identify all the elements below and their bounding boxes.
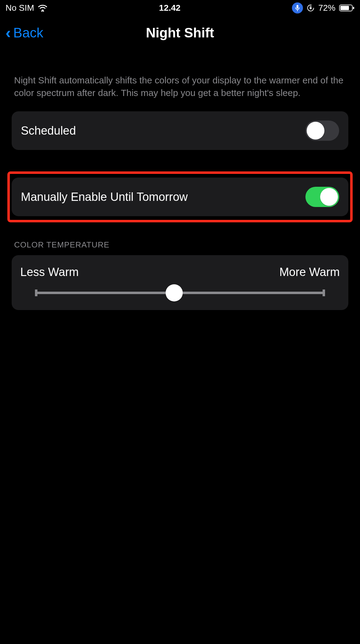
manual-enable-label: Manually Enable Until Tomorrow bbox=[21, 190, 188, 204]
slider-thumb[interactable] bbox=[166, 284, 183, 301]
chevron-left-icon: ‹ bbox=[6, 25, 11, 41]
scheduled-toggle[interactable] bbox=[305, 121, 339, 141]
section-description: Night Shift automatically shifts the col… bbox=[12, 50, 348, 111]
mic-indicator-icon bbox=[292, 2, 303, 13]
svg-rect-1 bbox=[297, 5, 298, 9]
carrier-label: No SIM bbox=[6, 3, 34, 13]
slider-max-label: More Warm bbox=[279, 266, 340, 279]
svg-rect-5 bbox=[340, 6, 349, 10]
page-title: Night Shift bbox=[0, 25, 360, 40]
battery-percent: 72% bbox=[318, 3, 335, 13]
toggle-knob bbox=[307, 122, 324, 140]
battery-icon bbox=[339, 4, 354, 12]
scheduled-row[interactable]: Scheduled bbox=[12, 111, 348, 150]
slider-min-label: Less Warm bbox=[20, 266, 79, 279]
color-temperature-slider[interactable] bbox=[17, 292, 343, 294]
status-left: No SIM bbox=[6, 3, 48, 13]
color-temperature-cell: Less Warm More Warm bbox=[12, 255, 348, 310]
back-label: Back bbox=[13, 25, 43, 40]
back-button[interactable]: ‹ Back bbox=[0, 25, 43, 41]
orientation-lock-icon bbox=[307, 4, 315, 12]
svg-point-0 bbox=[42, 10, 44, 11]
status-time: 12.42 bbox=[159, 3, 181, 13]
manual-row-highlight: Manually Enable Until Tomorrow bbox=[7, 171, 353, 222]
status-bar: No SIM 12.42 72% bbox=[0, 0, 360, 16]
svg-rect-3 bbox=[310, 7, 312, 9]
toggle-knob bbox=[320, 188, 338, 206]
slider-track bbox=[35, 292, 325, 294]
status-right: 72% bbox=[292, 2, 354, 13]
scheduled-label: Scheduled bbox=[21, 124, 76, 137]
nav-bar: ‹ Back Night Shift bbox=[0, 16, 360, 50]
manual-enable-toggle[interactable] bbox=[305, 187, 339, 207]
content: Night Shift automatically shifts the col… bbox=[0, 50, 360, 310]
color-temperature-header: COLOR TEMPERATURE bbox=[12, 222, 348, 255]
manual-enable-row[interactable]: Manually Enable Until Tomorrow bbox=[12, 178, 348, 216]
svg-rect-6 bbox=[353, 7, 354, 9]
wifi-icon bbox=[38, 4, 48, 12]
